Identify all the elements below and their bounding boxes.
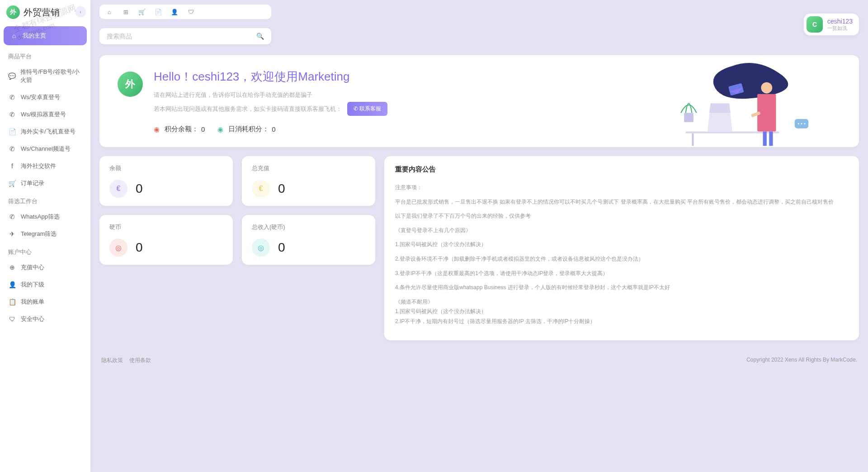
search-box[interactable]: 🔍 [99,28,271,44]
search-icon[interactable]: 🔍 [256,33,264,40]
stat-label: 总充值 [252,164,365,172]
sidebar-item-ws-android[interactable]: ✆Ws/安卓直登号 [0,89,90,106]
stat-card-balance: 余额 €0 [99,156,233,206]
recharge-icon: ⊕ [8,264,16,271]
sidebar-item-label: Telegram筛选 [21,230,57,238]
top-home-icon[interactable]: ⌂ [106,8,113,15]
main-content: ⌂ ⊞ 🛒 📄 👤 🛡 🔍 C ceshi123 一贫如洗 外 Hello！ce… [90,0,868,472]
top-user-icon[interactable]: 👤 [171,8,178,15]
svg-rect-8 [684,113,693,122]
stat-card-total-recharge: 总充值 €0 [242,156,375,206]
top-doc-icon[interactable]: 📄 [155,8,162,15]
sidebar-item-overseas-card[interactable]: 📄海外实卡/飞机直登号 [0,123,90,140]
user-name: ceshi123 [827,18,853,25]
announce-para: 注意事项： [395,183,848,193]
sidebar-item-recharge[interactable]: ⊕充值中心 [0,259,90,276]
announce-para: 《直登号登录不上有几个原因》 [395,226,848,236]
stat-label: 总收入(硬币) [252,223,365,231]
user-sub: 一贫如洗 [827,25,853,32]
announcement-title: 重要内容公告 [395,165,848,174]
footer-terms-link[interactable]: 使用条款 [129,357,151,364]
sidebar-item-home[interactable]: ⌂ 我的主页 [4,26,87,45]
sidebar-item-security[interactable]: 🛡安全中心 [0,310,90,328]
euro-icon: € [252,180,270,198]
svg-rect-5 [763,132,767,146]
sidebar-item-subordinates[interactable]: 👤我的下级 [0,276,90,293]
sidebar-item-label: 充值中心 [21,263,44,272]
chat-icon: 💬 [8,72,16,80]
stat-card-total-income: 总收入(硬币) ◎0 [242,215,375,265]
sidebar-item-label: 推特号/FB号/谷歌号/小火箭 [20,68,82,84]
svg-rect-1 [692,133,693,146]
announce-para: 平台是已批发形式销售，一旦售出不退不换 如果有登录不上的情况你可以不时买几个号测… [395,197,848,207]
points-balance-value: 0 [201,125,205,133]
sidebar-item-label: 安全中心 [21,315,44,323]
announcement-card: 重要内容公告 注意事项： 平台是已批发形式销售，一旦售出不退不换 如果有登录不上… [384,156,859,340]
sidebar-collapse-button[interactable]: ‹ [75,6,86,17]
svg-rect-6 [769,132,773,146]
coins-icon: ◉ [154,125,162,133]
sidebar-item-telegram-filter[interactable]: ✈Telegram筛选 [0,225,90,243]
doc-icon: 📄 [8,128,16,135]
topbar: ⌂ ⊞ 🛒 📄 👤 🛡 🔍 C ceshi123 一贫如洗 [99,0,859,44]
welcome-avatar: 外 [118,72,143,97]
stat-label: 余额 [109,164,223,172]
coins-icon: ◉ [217,125,226,133]
stat-label: 硬币 [109,223,223,231]
sidebar-item-label: Ws/Channel频道号 [21,145,71,153]
search-input[interactable] [107,33,256,40]
sidebar-item-label: WhatsApp筛选 [21,213,60,221]
daily-spend-value: 0 [272,125,275,133]
user-avatar: C [807,16,823,33]
svg-point-13 [804,123,806,124]
bill-icon: 📋 [8,298,16,305]
svg-point-4 [761,82,772,94]
top-icon-row: ⌂ ⊞ 🛒 📄 👤 🛡 [99,5,271,19]
daily-spend-label: 日消耗积分： [228,125,269,133]
brand-logo: 外 [6,5,20,19]
sidebar-item-label: 订单记录 [21,179,44,187]
sidebar-section-products: 商品平台 [0,47,90,63]
home-icon: ⌂ [10,32,18,39]
sidebar-item-label: Ws/模拟器直登号 [21,110,66,119]
whatsapp-icon: ✆ [8,213,16,220]
user-chip[interactable]: C ceshi123 一贫如洗 [804,14,859,35]
top-cart-icon[interactable]: 🛒 [138,8,146,15]
sidebar-item-label: 我的账单 [21,298,44,306]
dashboard-grid: 余额 €0 总充值 €0 硬币 ◎0 总收入(硬币) ◎0 [99,156,859,340]
announce-para: 以下是我们登录了不下百万个号的出来的经验，仅供参考 [395,211,848,221]
svg-point-11 [798,123,799,124]
sidebar-item-overseas-social[interactable]: f海外社交软件 [0,157,90,175]
target-icon: ◎ [109,238,127,257]
sidebar-item-label: 海外实卡/飞机直登号 [21,128,75,136]
welcome-illustration [615,60,850,147]
sidebar-item-bills[interactable]: 📋我的账单 [0,293,90,310]
facebook-icon: f [8,162,16,170]
stat-value: 0 [136,240,143,255]
sidebar-item-whatsapp-filter[interactable]: ✆WhatsApp筛选 [0,208,90,225]
svg-point-12 [801,123,802,124]
sidebar-section-account: 账户中心 [0,243,90,259]
whatsapp-icon: ✆ [8,94,16,101]
sidebar-section-filter: 筛选工作台 [0,192,90,208]
whatsapp-icon: ✆ [8,145,16,153]
footer-privacy-link[interactable]: 隐私政策 [101,357,123,364]
euro-icon: € [109,180,127,198]
stat-card-coins: 硬币 ◎0 [99,215,233,265]
top-shield-icon[interactable]: 🛡 [187,8,194,15]
cart-icon: 🛒 [8,180,16,187]
sidebar-item-ws-channel[interactable]: ✆Ws/Channel频道号 [0,140,90,157]
sidebar-item-social-accounts[interactable]: 💬推特号/FB号/谷歌号/小火箭 [0,63,90,89]
announce-para: 4.条件允许尽量使用商业版whatsapp Business 进行登录，个人版的… [395,283,848,293]
announce-para: 2.登录设备环境不干净（卸载删除干净手机或者模拟器里的文件，或者设备信息被风控这… [395,254,848,264]
top-new-icon[interactable]: ⊞ [122,8,129,15]
telegram-icon: ✈ [8,230,16,238]
sidebar-item-label: 我的下级 [21,281,44,289]
sidebar-item-ws-emulator[interactable]: ✆Ws/模拟器直登号 [0,106,90,123]
contact-support-button[interactable]: ✆ 联系客服 [347,102,387,116]
sidebar-item-label: 海外社交软件 [21,162,56,170]
stat-value: 0 [136,181,143,196]
announce-para: 3.登录IP不干净（这是权重最高的1个选项，请使用干净动态IP登录，登录概率大大… [395,269,848,279]
footer-copyright: Copyright 2022 Xens All Rights By MarkCo… [746,357,857,364]
sidebar-item-orders[interactable]: 🛒订单记录 [0,175,90,192]
